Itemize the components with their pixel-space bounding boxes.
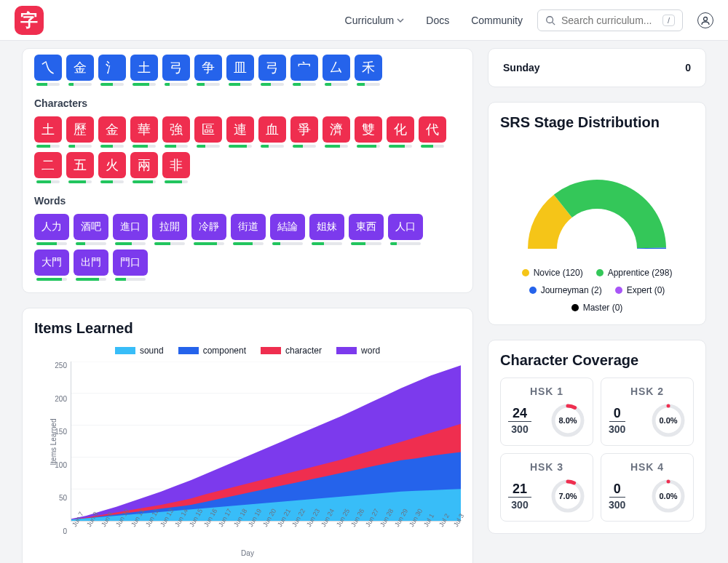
tile-glyph: 厶 xyxy=(323,55,350,81)
tile-glyph: 大門 xyxy=(34,249,69,276)
comp-tile[interactable]: 土 xyxy=(130,55,158,86)
tile-glyph: 人口 xyxy=(388,214,423,240)
char-tile[interactable]: 連 xyxy=(226,116,254,148)
tile-glyph: 二 xyxy=(34,152,62,178)
y-tick: 200 xyxy=(49,395,67,403)
search-input[interactable] xyxy=(561,15,657,26)
tile-progress xyxy=(312,242,342,245)
tile-glyph: 連 xyxy=(226,116,254,143)
char-tile[interactable]: 非 xyxy=(162,152,190,183)
char-tile[interactable]: 華 xyxy=(130,116,158,148)
coverage-fraction: 0 300 xyxy=(609,406,625,435)
chevron-down-icon xyxy=(397,17,404,24)
word-tile[interactable]: 酒吧 xyxy=(74,214,108,245)
tile-progress xyxy=(36,145,60,148)
comp-tile[interactable]: 厶 xyxy=(323,55,350,86)
coverage-numerator: 0 xyxy=(609,482,625,498)
tile-progress xyxy=(229,83,252,86)
tile-glyph: 強 xyxy=(162,116,190,143)
legend-label: character xyxy=(285,346,322,356)
coverage-percent: 0.0% xyxy=(651,403,686,438)
word-tile[interactable]: 門口 xyxy=(113,249,148,281)
coverage-item: HSK 4 0 300 0.0% xyxy=(601,453,694,522)
y-tick: 50 xyxy=(49,494,67,502)
tile-glyph: 土 xyxy=(34,116,62,143)
tile-progress xyxy=(154,242,185,245)
comp-tile[interactable]: 弓 xyxy=(162,55,190,86)
svg-point-2 xyxy=(704,17,708,20)
char-tile[interactable]: 雙 xyxy=(355,116,382,148)
char-tile[interactable]: 化 xyxy=(387,116,414,148)
char-tile[interactable]: 強 xyxy=(162,116,190,148)
legend-dot xyxy=(529,287,537,294)
tile-progress xyxy=(36,278,67,281)
legend-swatch xyxy=(261,347,281,354)
srs-legend-item: Apprentice (298) xyxy=(596,268,673,278)
legend-label: Journeyman (2) xyxy=(541,285,602,295)
word-tile[interactable]: 人力 xyxy=(34,214,69,245)
word-tile[interactable]: 姐妹 xyxy=(309,214,344,245)
tile-progress xyxy=(261,145,284,148)
nav-community[interactable]: Community xyxy=(471,15,523,26)
char-tile[interactable]: 爭 xyxy=(290,116,318,148)
legend-label: sound xyxy=(140,346,164,356)
comp-tile[interactable]: 弓 xyxy=(258,55,286,86)
tile-progress xyxy=(325,145,348,148)
tile-progress xyxy=(132,145,156,148)
char-tile[interactable]: 土 xyxy=(34,116,62,148)
legend-label: Novice (120) xyxy=(534,268,583,278)
word-tile[interactable]: 街道 xyxy=(231,214,266,245)
tile-progress xyxy=(325,83,348,86)
char-tile[interactable]: 濟 xyxy=(323,116,350,148)
word-tile[interactable]: 人口 xyxy=(388,214,423,245)
user-menu[interactable] xyxy=(697,12,713,28)
coverage-fraction: 0 300 xyxy=(609,482,625,511)
coverage-percent: 0.0% xyxy=(651,479,686,514)
comp-tile[interactable]: 金 xyxy=(66,55,94,86)
nav-docs[interactable]: Docs xyxy=(426,15,449,26)
nav-curriculum[interactable]: Curriculum xyxy=(345,15,405,26)
word-tile[interactable]: 東西 xyxy=(349,214,384,245)
coverage-ring: 8.0% xyxy=(550,403,585,438)
tile-glyph: 皿 xyxy=(226,55,254,81)
comp-tile[interactable]: 争 xyxy=(194,55,222,86)
char-tile[interactable]: 血 xyxy=(258,116,286,148)
tile-progress xyxy=(76,278,106,281)
tile-glyph: 血 xyxy=(258,116,286,143)
legend-label: component xyxy=(203,346,246,356)
comp-tile[interactable]: 宀 xyxy=(290,55,318,86)
comp-tile[interactable]: 乀 xyxy=(34,55,62,86)
tile-glyph: 東西 xyxy=(349,214,384,240)
coverage-card: Character Coverage HSK 1 24 300 8.0% HSK… xyxy=(488,340,706,534)
coverage-numerator: 21 xyxy=(508,482,531,498)
word-tile[interactable]: 結論 xyxy=(270,214,305,245)
legend-dot xyxy=(596,269,604,276)
char-tile[interactable]: 兩 xyxy=(130,152,158,183)
char-tile[interactable]: 五 xyxy=(66,152,94,183)
char-tile[interactable]: 金 xyxy=(98,116,126,148)
tile-glyph: 争 xyxy=(194,55,222,81)
word-tile[interactable]: 拉開 xyxy=(152,214,187,245)
char-tile[interactable]: 區 xyxy=(194,116,222,148)
components-row: 乀金氵土弓争皿弓宀厶禾 xyxy=(34,55,461,86)
tile-progress xyxy=(272,242,303,245)
char-tile[interactable]: 二 xyxy=(34,152,62,183)
char-tile[interactable]: 代 xyxy=(419,116,446,148)
word-tile[interactable]: 出門 xyxy=(74,249,108,281)
comp-tile[interactable]: 氵 xyxy=(98,55,126,86)
word-tile[interactable]: 冷靜 xyxy=(191,214,226,245)
word-tile[interactable]: 進口 xyxy=(113,214,148,245)
comp-tile[interactable]: 禾 xyxy=(355,55,382,86)
search-box[interactable]: / xyxy=(537,9,683,31)
comp-tile[interactable]: 皿 xyxy=(226,55,254,86)
legend-item: character xyxy=(261,346,322,356)
word-tile[interactable]: 大門 xyxy=(34,249,69,281)
tile-glyph: 乀 xyxy=(34,55,62,81)
tile-glyph: 進口 xyxy=(113,214,148,240)
char-tile[interactable]: 火 xyxy=(98,152,126,183)
logo[interactable]: 字 xyxy=(15,6,44,35)
items-learned-title: Items Learned xyxy=(34,320,461,337)
tile-glyph: 氵 xyxy=(98,55,126,81)
char-tile[interactable]: 歷 xyxy=(66,116,94,148)
legend-label: Master (0) xyxy=(583,303,623,313)
